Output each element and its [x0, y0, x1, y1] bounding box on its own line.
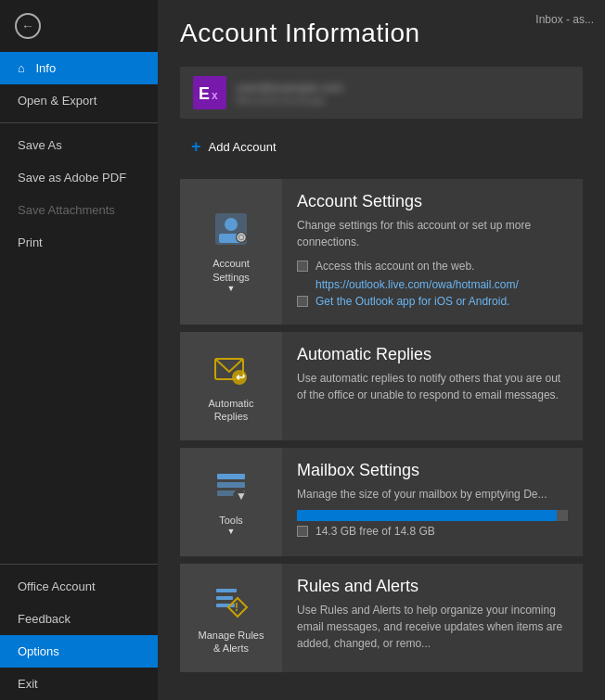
divider-1: [0, 122, 158, 123]
rules-alerts-title: Rules and Alerts: [297, 577, 568, 596]
main-wrapper: Inbox - as... Account Information E x us…: [158, 0, 605, 700]
sidebar-item-print[interactable]: Print: [0, 226, 158, 259]
svg-rect-17: [216, 589, 237, 592]
account-settings-link-row-3[interactable]: Get the Outlook app for iOS or Android.: [297, 295, 568, 308]
svg-rect-13: [217, 482, 245, 488]
add-account-button[interactable]: + Add Account: [180, 130, 288, 164]
sidebar-item-save-adobe[interactable]: Save as Adobe PDF: [0, 161, 158, 194]
account-bar: E x user@example.com Microsoft Exchange: [180, 67, 583, 119]
main-content: Account Information E x user@example.com…: [158, 0, 605, 700]
sidebar-bottom: Office Account Feedback Options Exit: [0, 558, 158, 700]
mailbox-settings-desc: Manage the size of your mailbox by empty…: [297, 486, 568, 503]
sidebar-item-save-adobe-label: Save as Adobe PDF: [18, 171, 126, 185]
sidebar-item-save-attachments-label: Save Attachments: [18, 203, 115, 217]
automatic-replies-card: ↩ AutomaticReplies Automatic Replies Use…: [180, 332, 583, 440]
mailbox-settings-label: Tools ▼: [219, 514, 243, 538]
sidebar-item-print-label: Print: [18, 235, 43, 249]
sidebar-item-save-as[interactable]: Save As: [0, 129, 158, 161]
mailbox-size-bullet: [297, 526, 308, 537]
sidebar-item-save-attachments: Save Attachments: [0, 194, 158, 226]
sidebar-item-open-export-label: Open & Export: [18, 94, 97, 108]
mailbox-size-text: 14.3 GB free of 14.8 GB: [297, 525, 568, 538]
outlook-live-link[interactable]: https://outlook.live.com/owa/hotmail.com…: [315, 278, 519, 291]
mailbox-settings-icon: ▼: [211, 465, 251, 506]
automatic-replies-title: Automatic Replies: [297, 345, 568, 364]
sidebar-item-office-account-label: Office Account: [18, 579, 96, 593]
rules-alerts-label: Manage Rules& Alerts: [199, 629, 264, 655]
account-sub: Microsoft Exchange: [236, 95, 343, 106]
ios-android-link[interactable]: Get the Outlook app for iOS or Android.: [315, 295, 509, 308]
sidebar-item-open-export[interactable]: Open & Export: [0, 84, 158, 117]
automatic-replies-icon-area[interactable]: ↩ AutomaticReplies: [180, 332, 282, 440]
account-details: user@example.com Microsoft Exchange: [236, 81, 343, 106]
account-settings-icon: [211, 209, 251, 249]
sidebar-item-info[interactable]: ⌂ Info: [0, 52, 158, 84]
account-settings-icon-area[interactable]: AccountSettings ▼: [180, 179, 282, 325]
back-button[interactable]: ←: [0, 0, 158, 52]
access-web-text: Access this account on the web.: [315, 258, 474, 274]
page-title: Account Information: [180, 19, 583, 48]
rules-alerts-icon-area[interactable]: ! Manage Rules& Alerts: [180, 564, 282, 672]
exchange-icon: E x: [193, 76, 226, 109]
bullet-2: [297, 296, 308, 307]
svg-rect-18: [216, 596, 233, 600]
rules-alerts-card: ! Manage Rules& Alerts Rules and Alerts …: [180, 564, 583, 672]
mailbox-progress-bar: [297, 510, 568, 521]
mailbox-settings-card: ▼ Tools ▼ Mailbox Settings Manage the si…: [180, 448, 583, 556]
automatic-replies-desc: Use automatic replies to notify others t…: [297, 370, 568, 403]
sidebar-item-options-label: Options: [18, 644, 59, 658]
svg-text:x: x: [212, 89, 218, 102]
automatic-replies-label: AutomaticReplies: [209, 397, 254, 424]
plus-icon: +: [191, 137, 201, 157]
topbar: Inbox - as...: [524, 9, 605, 30]
account-icon: E x: [193, 76, 226, 109]
sidebar-item-feedback[interactable]: Feedback: [0, 603, 158, 635]
svg-point-8: [239, 235, 243, 239]
mailbox-bar-container: 14.3 GB free of 14.8 GB: [297, 510, 568, 538]
account-settings-title: Account Settings: [297, 192, 568, 211]
svg-text:E: E: [199, 84, 210, 103]
svg-text:!: !: [235, 601, 238, 614]
svg-text:▼: ▼: [236, 490, 247, 503]
add-account-label: Add Account: [209, 140, 277, 154]
mailbox-progress-fill: [297, 510, 557, 521]
rules-alerts-desc: Use Rules and Alerts to help organize yo…: [297, 602, 568, 652]
rules-alerts-icon: !: [211, 580, 251, 621]
svg-rect-12: [217, 474, 245, 479]
sidebar: ← ⌂ Info Open & Export Save As Save as A…: [0, 0, 158, 700]
bullet-1: [297, 261, 308, 272]
svg-point-4: [225, 218, 238, 231]
sidebar-item-feedback-label: Feedback: [18, 612, 71, 626]
account-settings-desc: Change settings for this account or set …: [297, 217, 568, 250]
account-settings-link-row-2[interactable]: https://outlook.live.com/owa/hotmail.com…: [297, 278, 568, 291]
account-settings-link-row-1: Access this account on the web.: [297, 258, 568, 274]
topbar-text: Inbox - as...: [535, 13, 594, 26]
mailbox-settings-body: Mailbox Settings Manage the size of your…: [282, 448, 583, 556]
account-settings-card: AccountSettings ▼ Account Settings Chang…: [180, 179, 583, 325]
account-settings-label: AccountSettings ▼: [212, 257, 250, 294]
automatic-replies-body: Automatic Replies Use automatic replies …: [282, 332, 583, 424]
mailbox-settings-icon-area[interactable]: ▼ Tools ▼: [180, 448, 282, 556]
account-settings-body: Account Settings Change settings for thi…: [282, 179, 583, 325]
back-icon: ←: [15, 13, 41, 39]
sidebar-item-exit[interactable]: Exit: [0, 668, 158, 700]
divider-2: [0, 564, 158, 565]
account-email: user@example.com: [236, 81, 343, 95]
mailbox-size-label: 14.3 GB free of 14.8 GB: [315, 525, 435, 538]
automatic-replies-icon: ↩: [211, 349, 251, 389]
sidebar-item-office-account[interactable]: Office Account: [0, 570, 158, 603]
sidebar-item-options[interactable]: Options: [0, 635, 158, 668]
mailbox-settings-title: Mailbox Settings: [297, 461, 568, 480]
rules-alerts-body: Rules and Alerts Use Rules and Alerts to…: [282, 564, 583, 672]
sidebar-item-save-as-label: Save As: [18, 138, 62, 152]
svg-text:↩: ↩: [236, 371, 245, 384]
sidebar-item-exit-label: Exit: [18, 677, 38, 691]
sidebar-item-info-label: Info: [35, 61, 56, 75]
